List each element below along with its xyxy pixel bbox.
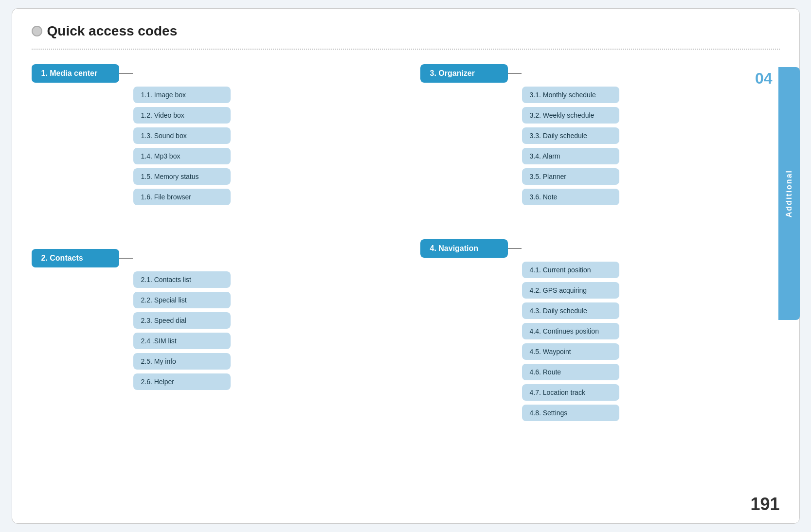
left-column: 1. Media center 1.1. Image box 1.2. Vide… (32, 64, 391, 441)
list-item: 2.4 .SIM list (133, 333, 231, 349)
list-item: 1.3. Sound box (133, 127, 231, 144)
cat-label-organizer: 3. Organizer (430, 69, 475, 77)
list-item: 1.4. Mp3 box (133, 148, 231, 164)
section-body-organizer: 3.1. Monthly schedule 3.2. Weekly schedu… (420, 84, 780, 205)
list-item: 4.1. Current position (522, 262, 619, 278)
list-item: 4.6. Route (522, 364, 619, 380)
side-tab-label: Additional (785, 170, 793, 217)
spacer (32, 225, 391, 249)
list-item: 3.2. Weekly schedule (522, 107, 619, 124)
section-navigation: 4. Navigation 4.1. Current position 4.2.… (420, 239, 780, 421)
header-row-navigation: 4. Navigation (420, 239, 780, 258)
list-item: 2.5. My info (133, 353, 231, 370)
list-item: 2.6. Helper (133, 373, 231, 390)
connector-contacts (119, 258, 133, 259)
header-row-contacts: 2. Contacts (32, 249, 391, 267)
cat-label-navigation: 4. Navigation (430, 244, 479, 252)
list-item: 4.2. GPS acquiring (522, 282, 619, 299)
cat-header-media: 1. Media center (32, 64, 119, 83)
header-row-media: 1. Media center (32, 64, 391, 83)
cat-header-organizer: 3. Organizer (420, 64, 508, 83)
side-tab: Additional (778, 67, 800, 320)
list-item: 3.4. Alarm (522, 148, 619, 164)
right-column: 3. Organizer 3.1. Monthly schedule 3.2. … (420, 64, 780, 441)
section-organizer: 3. Organizer 3.1. Monthly schedule 3.2. … (420, 64, 780, 205)
dotted-separator (32, 49, 780, 50)
section-body-contacts: 2.1. Contacts list 2.2. Special list 2.3… (32, 268, 391, 390)
list-item: 3.3. Daily schedule (522, 127, 619, 144)
list-item: 4.3. Daily schedule (522, 302, 619, 319)
list-item: 4.7. Location track (522, 384, 619, 401)
list-item: 3.1. Monthly schedule (522, 87, 619, 103)
list-item: 1.2. Video box (133, 107, 231, 124)
section-contacts: 2. Contacts 2.1. Contacts list 2.2. Spec… (32, 249, 391, 390)
items-organizer: 3.1. Monthly schedule 3.2. Weekly schedu… (522, 84, 619, 205)
section-body-navigation: 4.1. Current position 4.2. GPS acquiring… (420, 259, 780, 421)
list-item: 4.4. Continues position (522, 323, 619, 339)
page: Additional 04 Quick access codes 1. Medi… (12, 8, 800, 524)
list-item: 1.6. File browser (133, 189, 231, 205)
cat-header-contacts: 2. Contacts (32, 249, 119, 267)
page-title: Quick access codes (32, 23, 780, 39)
section-body-media: 1.1. Image box 1.2. Video box 1.3. Sound… (32, 84, 391, 205)
list-item: 1.5. Memory status (133, 168, 231, 185)
list-item: 2.3. Speed dial (133, 312, 231, 329)
page-title-text: Quick access codes (47, 23, 178, 39)
section-media-center: 1. Media center 1.1. Image box 1.2. Vide… (32, 64, 391, 205)
cat-label-media: 1. Media center (41, 69, 98, 77)
connector-navigation (508, 248, 522, 249)
page-number: 191 (750, 494, 779, 514)
cat-header-navigation: 4. Navigation (420, 239, 508, 258)
list-item: 2.1. Contacts list (133, 271, 231, 288)
items-media: 1.1. Image box 1.2. Video box 1.3. Sound… (133, 84, 231, 205)
list-item: 2.2. Special list (133, 292, 231, 308)
list-item: 3.6. Note (522, 189, 619, 205)
spacer2 (420, 225, 780, 239)
items-contacts: 2.1. Contacts list 2.2. Special list 2.3… (133, 268, 231, 390)
items-navigation: 4.1. Current position 4.2. GPS acquiring… (522, 259, 619, 421)
list-item: 1.1. Image box (133, 87, 231, 103)
header-row-organizer: 3. Organizer (420, 64, 780, 83)
title-icon (32, 26, 42, 36)
list-item: 4.8. Settings (522, 405, 619, 421)
list-item: 4.5. Waypoint (522, 343, 619, 360)
chapter-number: 04 (755, 70, 773, 88)
list-item: 3.5. Planner (522, 168, 619, 185)
connector-organizer (508, 73, 522, 74)
cat-label-contacts: 2. Contacts (41, 254, 83, 262)
connector-media (119, 73, 133, 74)
main-content: 1. Media center 1.1. Image box 1.2. Vide… (32, 64, 780, 441)
